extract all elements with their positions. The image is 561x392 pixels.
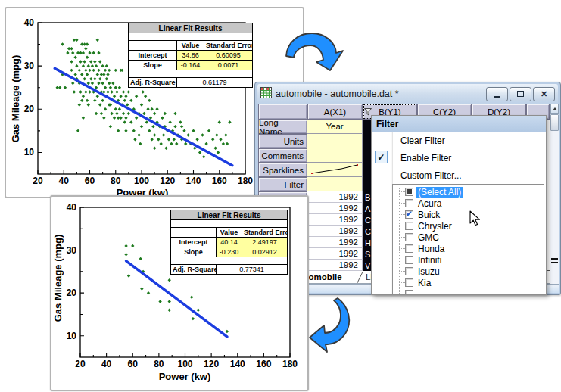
vertical-scrollbar[interactable] <box>550 104 559 284</box>
scrollbar-thumb[interactable] <box>550 114 559 131</box>
fit-param-se: 2.49197 <box>242 238 288 247</box>
cell-year-value[interactable]: 1992 <box>307 248 363 260</box>
column-header-a[interactable]: A(X1) <box>307 104 363 120</box>
filter-option-infiniti[interactable]: Infiniti <box>393 254 544 266</box>
filter-option-buick[interactable]: Buick <box>393 209 544 220</box>
standard-error-column-header: Standard Error <box>204 41 253 51</box>
cell-year-value[interactable]: 1992 <box>307 203 363 214</box>
menu-item-enable-filter[interactable]: ✓Enable Filter <box>372 149 546 166</box>
filter-option-honda[interactable]: Honda <box>393 243 544 254</box>
fit-table-title: Linear Fit Results <box>171 210 288 220</box>
tree-stub <box>399 271 405 272</box>
checkbox-unchecked[interactable] <box>405 278 413 287</box>
linear-fit-results-table: Linear Fit ResultsValueStandard ErrorInt… <box>170 210 288 275</box>
splitter-grip[interactable] <box>551 258 558 260</box>
minimize-button[interactable] <box>486 87 508 101</box>
menu-item-custom-filter[interactable]: Custom Filter... <box>372 166 546 184</box>
y-axis-label: Gas Mileage (mpg) <box>10 54 21 145</box>
cell-year-value[interactable]: 1992 <box>307 260 363 271</box>
filter-option-label: Honda <box>416 244 446 254</box>
svg-text:120: 120 <box>204 359 219 369</box>
row-label-sparklines[interactable]: Sparklines <box>258 163 307 177</box>
svg-text:20: 20 <box>67 288 77 298</box>
svg-text:60: 60 <box>128 359 139 369</box>
checkbox-unchecked[interactable] <box>405 256 413 264</box>
svg-text:60: 60 <box>85 176 95 186</box>
svg-text:20: 20 <box>33 176 43 186</box>
cell-make-value-partial[interactable]: V <box>365 260 370 271</box>
restore-button[interactable] <box>510 87 531 101</box>
value-column-header: Value <box>177 41 204 51</box>
cell-make-value-partial[interactable]: B <box>365 191 370 203</box>
fit-param-value: 40.14 <box>217 238 242 247</box>
minimize-icon <box>494 96 500 98</box>
checkbox-unchecked[interactable] <box>405 199 413 207</box>
a-column-comments-cell[interactable] <box>307 148 363 163</box>
close-button[interactable]: ✕ <box>533 87 555 101</box>
cell-make-value-partial[interactable]: C <box>365 214 371 226</box>
checkbox-unchecked[interactable] <box>405 267 413 275</box>
tree-stub <box>399 260 405 260</box>
cell-year-value[interactable]: 1992 <box>307 237 363 248</box>
menu-item-label: Enable Filter <box>400 153 451 163</box>
menu-item-clear-filter[interactable]: Clear Filter <box>372 132 546 149</box>
row-label-units[interactable]: Units <box>258 134 307 148</box>
worksheet-titlebar[interactable]: automobile - automobile.dat * ✕ <box>257 84 558 104</box>
filter-option-chrysler[interactable]: Chrysler <box>393 220 544 232</box>
filter-option-gmc[interactable]: GMC <box>393 232 544 243</box>
fit-table-spacer <box>171 220 288 228</box>
cell-year-value[interactable]: 1992 <box>307 226 363 237</box>
window-title: automobile - automobile.dat * <box>276 89 399 99</box>
cell-make-value-partial[interactable]: A <box>365 203 370 214</box>
checkbox-unchecked[interactable] <box>405 244 413 253</box>
screen: 2040608010012014016018010203040 Gas Mile… <box>0 0 561 392</box>
filter-option-acura[interactable]: Acura <box>393 198 544 209</box>
tab-divider <box>357 272 363 283</box>
value-column-header: Value <box>217 228 242 238</box>
row-label-long-name[interactable]: Long Name <box>258 120 307 134</box>
svg-text:160: 160 <box>212 176 227 186</box>
row-label-filter[interactable]: Filter <box>258 177 307 191</box>
filter-option--select-all[interactable]: (Select All) <box>393 186 544 198</box>
menu-item-label: Custom Filter... <box>400 170 462 181</box>
cell-make-value-partial[interactable]: H <box>365 237 371 248</box>
graph-window-2: 2040608010012014016018010203040 Gas Mile… <box>50 195 309 391</box>
filter-option-label: Buick <box>416 210 441 220</box>
fit-param-value: -0.164 <box>177 61 204 70</box>
worksheet-icon <box>260 87 272 101</box>
cell-make-value-partial[interactable]: S <box>365 248 370 260</box>
a-column-long-name-cell[interactable]: Year <box>307 120 363 134</box>
fit-table-spacer <box>129 70 253 78</box>
filter-option-partial[interactable] <box>393 288 544 294</box>
sparkline-year <box>308 163 361 176</box>
a-column-units-cell[interactable] <box>307 134 363 148</box>
tree-stub <box>399 226 405 226</box>
checkbox-indeterminate[interactable] <box>405 188 413 196</box>
filter-option-kia[interactable]: Kia <box>393 277 544 288</box>
cell-year-value[interactable]: 1992 <box>307 191 363 203</box>
svg-text:100: 100 <box>134 176 149 186</box>
filter-option-isuzu[interactable]: Isuzu <box>393 266 544 277</box>
checkbox-unchecked[interactable] <box>405 290 413 294</box>
svg-text:40: 40 <box>59 176 70 186</box>
cell-make-value-partial[interactable]: C <box>365 226 371 237</box>
row-label-comments[interactable]: Comments <box>258 148 307 163</box>
checkbox-unchecked[interactable] <box>405 233 413 241</box>
splitter-grip[interactable] <box>551 262 558 263</box>
filter-option-label: Isuzu <box>416 266 441 277</box>
tree-stub <box>399 294 405 294</box>
fit-table-spacer <box>129 33 253 41</box>
checkbox-unchecked[interactable] <box>405 222 413 230</box>
fit-table-spacer <box>171 257 288 265</box>
filter-popup-menu: Filter Clear Filter✓Enable FilterCustom … <box>371 115 547 295</box>
a-column-filter-cell[interactable] <box>307 177 363 191</box>
fit-param-value: -0.230 <box>217 247 242 257</box>
svg-text:180: 180 <box>282 359 298 369</box>
cell-year-value[interactable]: 1992 <box>307 214 363 226</box>
fit-param-value: 34.86 <box>177 51 204 61</box>
checkbox-checked[interactable] <box>405 210 413 219</box>
scroll-up-button[interactable] <box>550 104 559 114</box>
filter-popup-body: Clear Filter✓Enable FilterCustom Filter.… <box>372 132 546 294</box>
a-column-sparklines-cell[interactable] <box>307 163 363 177</box>
svg-text:10: 10 <box>24 147 35 157</box>
